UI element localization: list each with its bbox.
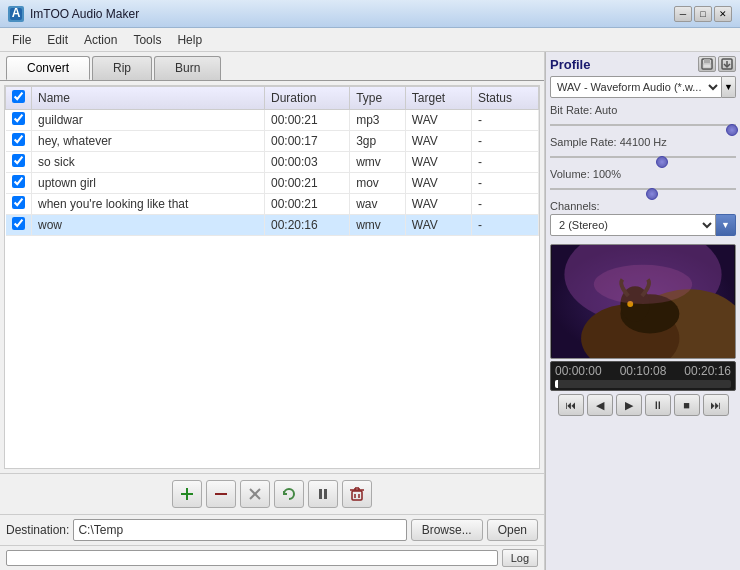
- maximize-button[interactable]: □: [694, 6, 712, 22]
- stop-button[interactable]: ■: [674, 394, 700, 416]
- progress-bar-section: Log: [0, 545, 544, 570]
- svg-rect-4: [215, 493, 227, 495]
- row-status: -: [471, 215, 538, 236]
- samplerate-slider-thumb[interactable]: [656, 156, 668, 168]
- row-type: wmv: [350, 152, 406, 173]
- left-panel: Convert Rip Burn Name Duration Type Targ…: [0, 52, 545, 570]
- row-name: when you're looking like that: [32, 194, 265, 215]
- svg-rect-3: [181, 493, 193, 495]
- row-checkbox-cell[interactable]: [6, 152, 32, 173]
- col-header-name: Name: [32, 87, 265, 110]
- table-row[interactable]: wow 00:20:16 wmv WAV -: [6, 215, 539, 236]
- play-button[interactable]: ▶: [616, 394, 642, 416]
- playback-controls: ⏮ ◀ ▶ ⏸ ■ ⏭: [550, 394, 736, 416]
- row-name: so sick: [32, 152, 265, 173]
- profile-save-button[interactable]: [698, 56, 716, 72]
- clear-files-button[interactable]: [240, 480, 270, 508]
- row-type: mov: [350, 173, 406, 194]
- remove-file-button[interactable]: [206, 480, 236, 508]
- table-row[interactable]: uptown girl 00:00:21 mov WAV -: [6, 173, 539, 194]
- bitrate-section: Bit Rate: Auto: [550, 104, 736, 132]
- refresh-button[interactable]: [274, 480, 304, 508]
- title-bar-buttons: ─ □ ✕: [674, 6, 732, 22]
- row-target: WAV: [405, 131, 471, 152]
- channels-section: Channels: 2 (Stereo) 1 (Mono) ▼: [550, 200, 736, 236]
- volume-slider-thumb[interactable]: [646, 188, 658, 200]
- col-header-check[interactable]: [6, 87, 32, 110]
- row-type: mp3: [350, 110, 406, 131]
- tab-burn[interactable]: Burn: [154, 56, 221, 80]
- row-type: wav: [350, 194, 406, 215]
- timeline-thumb[interactable]: [555, 380, 558, 388]
- tab-convert[interactable]: Convert: [6, 56, 90, 80]
- row-target: WAV: [405, 173, 471, 194]
- profile-header: Profile: [550, 56, 736, 72]
- destination-label: Destination:: [6, 523, 69, 537]
- menu-edit[interactable]: Edit: [39, 31, 76, 49]
- row-checkbox[interactable]: [12, 112, 25, 125]
- menu-file[interactable]: File: [4, 31, 39, 49]
- close-button[interactable]: ✕: [714, 6, 732, 22]
- row-checkbox[interactable]: [12, 217, 25, 230]
- table-row[interactable]: hey, whatever 00:00:17 3gp WAV -: [6, 131, 539, 152]
- row-checkbox[interactable]: [12, 133, 25, 146]
- table-row[interactable]: guildwar 00:00:21 mp3 WAV -: [6, 110, 539, 131]
- menu-action[interactable]: Action: [76, 31, 125, 49]
- file-table: Name Duration Type Target Status guildwa…: [5, 86, 539, 236]
- select-all-checkbox[interactable]: [12, 90, 25, 103]
- row-checkbox-cell[interactable]: [6, 173, 32, 194]
- channels-label: Channels:: [550, 200, 736, 212]
- samplerate-slider[interactable]: [550, 150, 736, 164]
- samplerate-label: Sample Rate: 44100 Hz: [550, 136, 736, 148]
- progress-bar: [6, 550, 498, 566]
- app-icon: A: [8, 6, 24, 22]
- row-checkbox[interactable]: [12, 175, 25, 188]
- add-file-button[interactable]: [172, 480, 202, 508]
- bitrate-label: Bit Rate: Auto: [550, 104, 736, 116]
- col-header-duration: Duration: [265, 87, 350, 110]
- prev-button[interactable]: ◀: [587, 394, 613, 416]
- profile-dropdown-arrow[interactable]: ▼: [722, 76, 736, 98]
- pause-button[interactable]: [308, 480, 338, 508]
- row-checkbox-cell[interactable]: [6, 215, 32, 236]
- volume-slider[interactable]: [550, 182, 736, 196]
- table-row[interactable]: when you're looking like that 00:00:21 w…: [6, 194, 539, 215]
- row-target: WAV: [405, 194, 471, 215]
- browse-button[interactable]: Browse...: [411, 519, 483, 541]
- row-checkbox-cell[interactable]: [6, 110, 32, 131]
- row-checkbox-cell[interactable]: [6, 131, 32, 152]
- row-checkbox-cell[interactable]: [6, 194, 32, 215]
- profile-select[interactable]: WAV - Waveform Audio (*.w...: [550, 76, 722, 98]
- bitrate-slider[interactable]: [550, 118, 736, 132]
- row-checkbox[interactable]: [12, 154, 25, 167]
- log-button[interactable]: Log: [502, 549, 538, 567]
- minimize-button[interactable]: ─: [674, 6, 692, 22]
- channels-select-row: 2 (Stereo) 1 (Mono) ▼: [550, 214, 736, 236]
- menu-tools[interactable]: Tools: [125, 31, 169, 49]
- row-duration: 00:00:21: [265, 173, 350, 194]
- right-panel: Profile: [545, 52, 740, 570]
- main-content: Convert Rip Burn Name Duration Type Targ…: [0, 52, 740, 570]
- row-name: hey, whatever: [32, 131, 265, 152]
- open-button[interactable]: Open: [487, 519, 538, 541]
- channels-select[interactable]: 2 (Stereo) 1 (Mono): [550, 214, 716, 236]
- row-duration: 00:20:16: [265, 215, 350, 236]
- menu-bar: File Edit Action Tools Help: [0, 28, 740, 52]
- channels-dropdown-arrow[interactable]: ▼: [716, 214, 736, 236]
- bitrate-slider-thumb[interactable]: [726, 124, 738, 136]
- row-checkbox[interactable]: [12, 196, 25, 209]
- timeline-bar[interactable]: [555, 380, 731, 388]
- tab-rip[interactable]: Rip: [92, 56, 152, 80]
- fastforward-button[interactable]: ⏭: [703, 394, 729, 416]
- row-name: guildwar: [32, 110, 265, 131]
- col-header-status: Status: [471, 87, 538, 110]
- pause-button[interactable]: ⏸: [645, 394, 671, 416]
- table-row[interactable]: so sick 00:00:03 wmv WAV -: [6, 152, 539, 173]
- col-header-type: Type: [350, 87, 406, 110]
- row-duration: 00:00:03: [265, 152, 350, 173]
- rewind-button[interactable]: ⏮: [558, 394, 584, 416]
- destination-input[interactable]: [73, 519, 406, 541]
- delete-button[interactable]: [342, 480, 372, 508]
- profile-load-button[interactable]: [718, 56, 736, 72]
- menu-help[interactable]: Help: [169, 31, 210, 49]
